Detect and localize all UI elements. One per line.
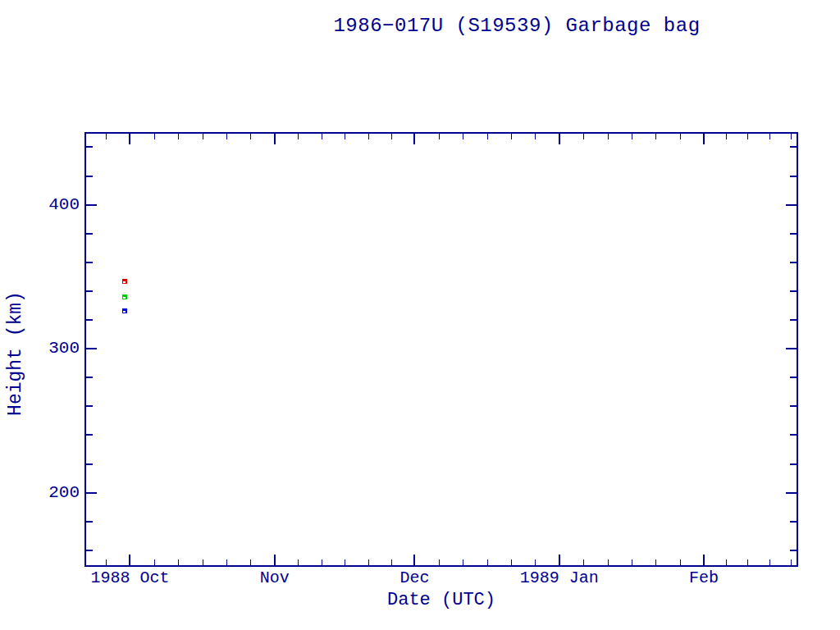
x-minor-tick bbox=[203, 559, 203, 565]
y-major-tick bbox=[786, 204, 797, 206]
x-minor-tick bbox=[322, 559, 322, 565]
x-minor-tick bbox=[368, 134, 369, 139]
marker-notch bbox=[123, 311, 126, 313]
x-tick-label: Feb bbox=[689, 568, 719, 587]
y-minor-tick bbox=[86, 550, 93, 551]
x-minor-tick bbox=[154, 559, 155, 565]
x-minor-tick bbox=[345, 559, 345, 565]
x-major-tick bbox=[559, 134, 560, 144]
y-minor-tick bbox=[86, 463, 93, 465]
x-minor-tick bbox=[106, 134, 107, 139]
y-tick-label: 300 bbox=[48, 340, 80, 358]
x-minor-tick bbox=[391, 559, 392, 565]
x-minor-tick bbox=[632, 134, 632, 139]
y-minor-tick bbox=[86, 405, 93, 407]
y-major-tick bbox=[786, 492, 797, 494]
y-minor-tick bbox=[790, 377, 797, 378]
x-major-tick bbox=[703, 134, 705, 144]
y-minor-tick bbox=[790, 434, 797, 436]
y-tick-label: 400 bbox=[48, 196, 80, 214]
y-major-tick bbox=[786, 348, 797, 349]
y-major-tick bbox=[86, 204, 97, 206]
x-minor-tick bbox=[680, 134, 681, 139]
x-axis-title: Date (UTC) bbox=[387, 590, 495, 610]
data-point-red bbox=[122, 279, 127, 284]
marker-notch bbox=[123, 297, 126, 299]
y-minor-tick bbox=[86, 434, 93, 436]
y-minor-tick bbox=[86, 319, 93, 321]
x-minor-tick bbox=[391, 134, 392, 139]
data-point-green bbox=[122, 294, 127, 299]
x-major-tick bbox=[274, 555, 276, 565]
y-minor-tick bbox=[790, 463, 797, 465]
y-major-tick bbox=[86, 492, 97, 494]
x-major-tick bbox=[274, 134, 276, 144]
x-minor-tick bbox=[487, 134, 488, 139]
x-minor-tick bbox=[226, 559, 227, 565]
y-minor-tick bbox=[790, 319, 797, 321]
y-minor-tick bbox=[86, 290, 93, 292]
x-minor-tick bbox=[154, 134, 155, 139]
x-minor-tick bbox=[680, 559, 681, 565]
x-minor-tick bbox=[345, 134, 345, 139]
y-axis-title: Height (km) bbox=[5, 291, 26, 416]
x-minor-tick bbox=[250, 134, 251, 139]
y-minor-tick bbox=[86, 377, 93, 378]
x-minor-tick bbox=[726, 559, 727, 565]
x-minor-tick bbox=[439, 559, 440, 565]
x-minor-tick bbox=[535, 134, 536, 139]
x-tick-label: Dec bbox=[399, 568, 429, 587]
x-minor-tick bbox=[583, 559, 584, 565]
x-minor-tick bbox=[203, 134, 203, 139]
x-minor-tick bbox=[791, 559, 792, 565]
x-major-tick bbox=[559, 555, 560, 565]
x-major-tick bbox=[413, 555, 415, 565]
x-minor-tick bbox=[178, 559, 179, 565]
y-minor-tick bbox=[790, 521, 797, 523]
x-minor-tick bbox=[463, 559, 463, 565]
y-minor-tick bbox=[790, 290, 797, 292]
y-minor-tick bbox=[790, 405, 797, 407]
y-minor-tick bbox=[86, 176, 93, 177]
y-minor-tick bbox=[790, 550, 797, 551]
x-minor-tick bbox=[726, 134, 727, 139]
x-minor-tick bbox=[511, 134, 512, 139]
y-minor-tick bbox=[790, 233, 797, 235]
decay-chart: 1986−017U (S19539) Garbage bag Height (k… bbox=[0, 0, 840, 630]
x-minor-tick bbox=[747, 134, 748, 139]
x-minor-tick bbox=[632, 559, 632, 565]
y-minor-tick bbox=[86, 233, 93, 235]
x-major-tick bbox=[129, 134, 130, 144]
plot-area bbox=[84, 132, 798, 567]
x-major-tick bbox=[413, 134, 415, 144]
x-minor-tick bbox=[322, 134, 322, 139]
marker-notch bbox=[123, 281, 126, 283]
x-minor-tick bbox=[769, 134, 770, 139]
x-minor-tick bbox=[511, 559, 512, 565]
x-minor-tick bbox=[298, 134, 299, 139]
x-minor-tick bbox=[178, 134, 179, 139]
x-minor-tick bbox=[583, 134, 584, 139]
y-minor-tick bbox=[86, 146, 93, 148]
x-minor-tick bbox=[791, 134, 792, 139]
x-minor-tick bbox=[535, 559, 536, 565]
x-major-tick bbox=[703, 555, 705, 565]
y-minor-tick bbox=[790, 262, 797, 263]
y-minor-tick bbox=[86, 262, 93, 263]
x-minor-tick bbox=[655, 559, 656, 565]
x-minor-tick bbox=[106, 559, 107, 565]
x-minor-tick bbox=[368, 559, 369, 565]
x-minor-tick bbox=[226, 134, 227, 139]
x-tick-label: 1988 Oct bbox=[90, 568, 169, 587]
data-point-blue bbox=[122, 308, 127, 313]
y-major-tick bbox=[86, 348, 97, 349]
x-minor-tick bbox=[439, 134, 440, 139]
y-minor-tick bbox=[790, 146, 797, 148]
x-minor-tick bbox=[747, 559, 748, 565]
x-major-tick bbox=[129, 555, 130, 565]
x-minor-tick bbox=[608, 559, 609, 565]
x-minor-tick bbox=[463, 134, 463, 139]
x-minor-tick bbox=[298, 559, 299, 565]
chart-title: 1986−017U (S19539) Garbage bag bbox=[333, 15, 700, 37]
x-minor-tick bbox=[769, 559, 770, 565]
